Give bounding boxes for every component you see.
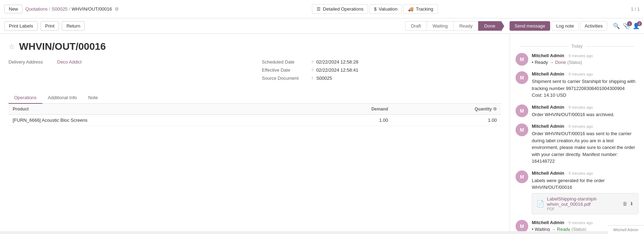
new-button[interactable]: New bbox=[4, 5, 23, 13]
source-document-label: Source Document bbox=[262, 76, 308, 81]
scheduled-date-value: 02/22/2024 12:58:28 bbox=[316, 59, 358, 65]
pdf-download-button[interactable]: ⬇ bbox=[630, 201, 634, 206]
msg-header: Mitchell Admin · 9 minutes ago bbox=[532, 170, 638, 176]
pdf-type: PDF bbox=[547, 207, 620, 211]
msg-header: Mitchell Admin · 9 minutes ago bbox=[532, 220, 638, 225]
msg-time: · 9 minutes ago bbox=[566, 54, 593, 58]
msg-author: Mitchell Admin bbox=[532, 124, 564, 129]
msg-body: Mitchell Admin · 9 minutes ago Labels we… bbox=[532, 170, 638, 214]
pdf-actions: 🗑 ⬇ bbox=[622, 201, 634, 206]
effective-date-field: Effective Date ? 02/22/2024 12:58:41 bbox=[262, 67, 501, 73]
search-icon-button[interactable]: 🔍 bbox=[613, 23, 620, 29]
print-labels-button[interactable]: Print Labels bbox=[4, 21, 38, 31]
tracking-button[interactable]: 🚚 Tracking bbox=[403, 4, 438, 14]
cell-product: [FURN_6666] Acoustic Bloc Screens bbox=[8, 115, 303, 126]
pdf-icon: 📄 bbox=[536, 200, 544, 208]
msg-body: Mitchell Admin · 9 minutes ago Order WHV… bbox=[532, 104, 638, 118]
form-left: Delivery Address Deco Addict bbox=[8, 59, 248, 84]
log-note-button[interactable]: Log note bbox=[552, 21, 579, 31]
message-buttons: Send message Log note Activities bbox=[510, 21, 607, 31]
col-quantity-header: Quantity ⚙ bbox=[392, 104, 501, 115]
status-draft[interactable]: Draft bbox=[405, 21, 427, 31]
chatter-message: M Mitchell Admin · 9 minutes ago Shipmen… bbox=[516, 71, 638, 99]
valuation-button[interactable]: $ Valuation bbox=[369, 4, 402, 14]
page-count: 1 / 1 bbox=[631, 6, 640, 12]
pdf-info: LabelShipping-starshipit-whvin_out_00016… bbox=[547, 196, 620, 211]
avatar: M bbox=[516, 53, 528, 66]
msg-body: Mitchell Admin · 9 minutes ago • Ready →… bbox=[532, 53, 638, 66]
tab-operations[interactable]: Operations bbox=[8, 92, 42, 104]
avatar: M bbox=[516, 170, 528, 183]
breadcrumb-s00025[interactable]: S00025 bbox=[52, 6, 68, 12]
msg-author: Mitchell Admin bbox=[532, 53, 564, 58]
tracking-label: Tracking bbox=[416, 6, 433, 12]
scheduled-date-field: Scheduled Date ? 02/22/2024 12:58:28 bbox=[262, 59, 501, 65]
form-right: Scheduled Date ? 02/22/2024 12:58:28 Eff… bbox=[262, 59, 501, 84]
activities-button[interactable]: Activities bbox=[580, 21, 607, 31]
msg-time: · 9 minutes ago bbox=[566, 124, 593, 128]
follower-badge: 2 bbox=[637, 21, 642, 26]
avatar: M bbox=[516, 71, 528, 84]
pdf-delete-button[interactable]: 🗑 bbox=[622, 201, 627, 206]
gear-icon[interactable]: ⚙ bbox=[115, 6, 119, 12]
chatter-message: M Mitchell Admin · 9 minutes ago Labels … bbox=[516, 170, 638, 214]
delivery-address-value[interactable]: Deco Addict bbox=[57, 59, 82, 65]
tab-note[interactable]: Note bbox=[83, 92, 103, 104]
msg-author: Mitchell Admin bbox=[532, 220, 564, 225]
favorite-button[interactable]: ☆ bbox=[8, 42, 15, 51]
pdf-attachment: 📄 LabelShipping-starshipit-whvin_out_000… bbox=[532, 193, 638, 214]
record-title: WHVIN/OUT/00016 bbox=[19, 41, 106, 52]
valuation-label: Valuation bbox=[379, 6, 397, 12]
effective-date-label: Effective Date bbox=[262, 67, 308, 73]
status-waiting[interactable]: Waiting bbox=[427, 21, 453, 31]
detailed-operations-button[interactable]: ☰ Detailed Operations bbox=[312, 4, 368, 14]
form-area: ☆ WHVIN/OUT/00016 Delivery Address Deco … bbox=[0, 34, 510, 231]
msg-header: Mitchell Admin · 9 minutes ago bbox=[532, 124, 638, 129]
footer-author: Mitchell Admin bbox=[613, 228, 638, 231]
print-button[interactable]: Print bbox=[41, 21, 59, 31]
follower-icon-button[interactable]: 👤 2 bbox=[633, 23, 640, 29]
breadcrumb-quotations[interactable]: Quotations bbox=[25, 6, 48, 12]
msg-header: Mitchell Admin · 9 minutes ago bbox=[532, 71, 638, 77]
avatar: M bbox=[516, 220, 528, 232]
table-settings-icon[interactable]: ⚙ bbox=[493, 107, 497, 112]
status-done[interactable]: Done bbox=[478, 21, 501, 31]
status-ready[interactable]: Ready bbox=[453, 21, 479, 31]
action-bar: Print Labels Print Return Draft Waiting … bbox=[0, 18, 644, 34]
operations-table: Product Demand Quantity ⚙ [FURN_6666] Ac… bbox=[8, 104, 501, 126]
avatar: M bbox=[516, 104, 528, 117]
main-layout: ☆ WHVIN/OUT/00016 Delivery Address Deco … bbox=[0, 34, 644, 231]
effective-date-value: 02/22/2024 12:58:41 bbox=[316, 67, 358, 73]
tab-additional-info[interactable]: Additional Info bbox=[42, 92, 83, 104]
chatter-messages: M Mitchell Admin · 9 minutes ago • Ready… bbox=[516, 53, 638, 231]
msg-text: Order WHVIN/OUT/00016 was sent to the ca… bbox=[532, 130, 638, 165]
table-row: [FURN_6666] Acoustic Bloc Screens 1.00 1… bbox=[8, 115, 501, 126]
breadcrumb-sep1: / bbox=[49, 6, 50, 12]
msg-time: · 9 minutes ago bbox=[566, 105, 593, 109]
source-document-help: ? bbox=[311, 76, 313, 80]
source-document-field: Source Document ? S00025 bbox=[262, 76, 501, 81]
pdf-name[interactable]: LabelShipping-starshipit-whvin_out_00016… bbox=[547, 196, 620, 207]
msg-time: · 9 minutes ago bbox=[566, 221, 593, 225]
date-separator: Today bbox=[516, 44, 638, 49]
col-demand-header: Demand bbox=[303, 104, 392, 115]
top-bar-actions: ☰ Detailed Operations $ Valuation 🚚 Trac… bbox=[312, 4, 438, 14]
cell-quantity: 1.00 bbox=[392, 115, 501, 126]
send-message-button[interactable]: Send message bbox=[510, 21, 550, 31]
breadcrumb-current: WHVIN/OUT/00016 bbox=[72, 6, 112, 12]
breadcrumb: Quotations / S00025 / WHVIN/OUT/00016 ⚙ bbox=[25, 6, 119, 12]
msg-text: Shipment sent to carrier Starshipit for … bbox=[532, 78, 638, 99]
msg-author: Mitchell Admin bbox=[532, 104, 564, 110]
delivery-address-label: Delivery Address bbox=[8, 59, 54, 65]
col-product-header: Product bbox=[8, 104, 303, 115]
chatter-message: M Mitchell Admin · 9 minutes ago • Ready… bbox=[516, 53, 638, 66]
chatter-message: M Mitchell Admin · 9 minutes ago Order W… bbox=[516, 104, 638, 118]
msg-author: Mitchell Admin bbox=[532, 170, 564, 176]
delivery-address-field: Delivery Address Deco Addict bbox=[8, 59, 248, 65]
msg-time: · 9 minutes ago bbox=[566, 72, 593, 76]
attachment-icon-button[interactable]: 📎 1 bbox=[623, 23, 630, 29]
form-grid: Delivery Address Deco Addict Scheduled D… bbox=[8, 59, 501, 84]
return-button[interactable]: Return bbox=[62, 21, 85, 31]
status-bar: Draft Waiting Ready Done bbox=[405, 21, 501, 31]
effective-date-help: ? bbox=[311, 68, 313, 72]
